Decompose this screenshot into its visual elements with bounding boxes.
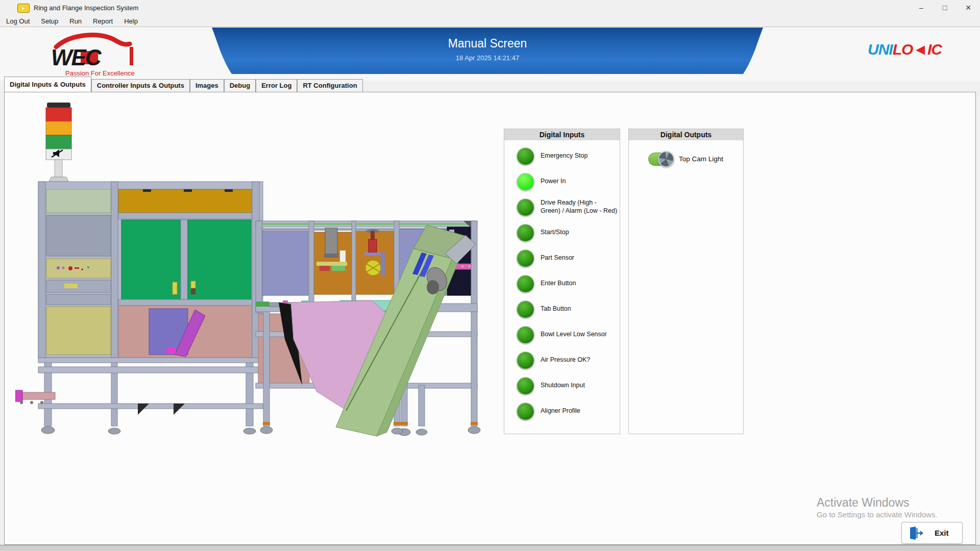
tab-bar: Digital Inputs & OutputsController Input… (4, 78, 363, 92)
camera-cylinder (325, 228, 337, 256)
title-bar: ▶ Ring and Flange Inspection System – □ … (0, 0, 980, 15)
digital-input-row-emergency-stop: Emergency Stop (517, 143, 618, 169)
tab-digital-inputs-outputs[interactable]: Digital Inputs & Outputs (4, 77, 91, 92)
digital-inputs-header: Digital Inputs (504, 129, 620, 140)
tab-images[interactable]: Images (190, 79, 224, 92)
unilogic-blue-part: UNI (868, 41, 893, 58)
digital-outputs-panel: Digital Outputs Top Cam Light (628, 129, 744, 434)
minimize-button[interactable]: – (910, 0, 933, 15)
screen-timestamp: 18 Apr 2025 14:21:47 (212, 54, 763, 62)
digital-input-label: Emergency Stop (541, 152, 587, 160)
digital-outputs-list: Top Cam Light (629, 140, 743, 166)
activate-windows-watermark: Activate Windows (817, 496, 910, 510)
led-indicator-off (517, 198, 534, 216)
activate-windows-subtext: Go to Settings to activate Windows. (817, 510, 938, 519)
digital-input-row-shutdown-input: Shutdown Input (517, 373, 618, 398)
digital-input-label: Shutdown Input (541, 382, 585, 390)
digital-inputs-list: Emergency StopPower InDrive Ready (High … (504, 140, 620, 424)
signal-tower-icon (46, 103, 71, 182)
green-door-right (188, 220, 251, 299)
led-indicator-off (517, 300, 534, 318)
digital-input-label: Aligner Profile (541, 407, 580, 415)
digital-inputs-panel: Digital Inputs Emergency StopPower InDri… (504, 129, 620, 434)
led-indicator-off (517, 147, 534, 165)
top-cam-light-toggle[interactable] (648, 153, 672, 166)
tab-controller-inputs-outputs[interactable]: Controller Inputs & Outputs (91, 79, 190, 92)
window-bottom-edge (0, 545, 980, 551)
header-banner: Manual Screen 18 Apr 2025 14:21:47 (212, 28, 763, 74)
unilogic-red-part: LO◄IC (893, 41, 942, 58)
digital-input-row-start-stop: Start/Stop (517, 220, 618, 245)
digital-input-row-air-pressure-ok: Air Pressure OK? (517, 347, 618, 373)
exit-button-label: Exit (935, 529, 949, 537)
tab-rt-configuration[interactable]: RT Configuration (297, 79, 362, 92)
menu-item-report[interactable]: Report (93, 17, 113, 25)
window-title: Ring and Flange Inspection System (34, 4, 138, 12)
digital-input-row-aligner-profile: Aligner Profile (517, 398, 618, 424)
toggle-knob-shutter-icon (658, 151, 674, 167)
led-indicator-off (517, 275, 534, 293)
led-indicator-off (517, 352, 534, 369)
digital-output-row-top-cam-light: Top Cam Light (648, 153, 741, 166)
machine-left-cabinet (38, 182, 263, 358)
digital-input-label: Part Sensor (541, 254, 574, 262)
digital-input-label: Start/Stop (541, 229, 569, 237)
menu-item-run[interactable]: Run (69, 17, 82, 25)
digital-input-label: Bowl Level Low Sensor (541, 331, 607, 339)
unilogic-logo: UNILO◄IC (868, 41, 942, 58)
digital-input-label: Power In (541, 178, 566, 186)
window-controls: – □ ✕ (910, 0, 980, 15)
led-indicator-off (517, 403, 534, 420)
led-indicator-off (517, 326, 534, 344)
close-button[interactable]: ✕ (957, 0, 980, 15)
machine-left-legs (38, 358, 263, 434)
wec-logo: WEC Passion For Excellence (50, 31, 139, 78)
exit-button[interactable]: Exit (901, 522, 963, 544)
digital-input-row-bowl-level-low-sensor: Bowl Level Low Sensor (517, 322, 618, 347)
menu-item-setup[interactable]: Setup (41, 17, 58, 25)
wec-tagline: Passion For Excellence (65, 69, 135, 77)
machine-3d-render (15, 99, 485, 441)
tab-error-log[interactable]: Error Log (256, 79, 297, 92)
exit-door-icon (908, 526, 923, 540)
tab-debug[interactable]: Debug (224, 79, 256, 92)
digital-output-label: Top Cam Light (679, 155, 723, 164)
digital-input-row-tab-button: Tab Button (517, 296, 618, 322)
digital-input-label: Air Pressure OK? (541, 356, 590, 364)
menu-item-help[interactable]: Help (124, 17, 138, 25)
digital-input-label: Tab Button (541, 305, 571, 313)
digital-input-row-drive-ready-high-green-alarm-low-red: Drive Ready (High - Green) / Alarm (Low … (517, 194, 618, 220)
led-indicator-on (517, 173, 534, 191)
digital-input-label: Enter Button (541, 280, 576, 288)
menu-bar: Log OutSetupRunReportHelp (0, 15, 980, 27)
digital-input-row-power-in: Power In (517, 169, 618, 194)
led-indicator-off (517, 377, 534, 395)
header-band: WEC Passion For Excellence Manual Screen… (0, 28, 980, 81)
led-indicator-off (517, 224, 534, 242)
digital-input-row-part-sensor: Part Sensor (517, 245, 618, 271)
menu-item-log-out[interactable]: Log Out (6, 17, 30, 25)
maximize-button[interactable]: □ (933, 0, 957, 15)
wec-text: WEC (51, 45, 102, 70)
screen-title: Manual Screen (212, 37, 763, 51)
digital-outputs-header: Digital Outputs (629, 129, 743, 140)
app-icon: ▶ (17, 4, 30, 13)
digital-input-label: Drive Ready (High - Green) / Alarm (Low … (541, 199, 618, 215)
led-indicator-off (517, 249, 534, 267)
digital-input-row-enter-button: Enter Button (517, 271, 618, 296)
banner-shape (212, 28, 763, 74)
green-door-left (121, 220, 181, 299)
wec-bar (130, 47, 133, 65)
